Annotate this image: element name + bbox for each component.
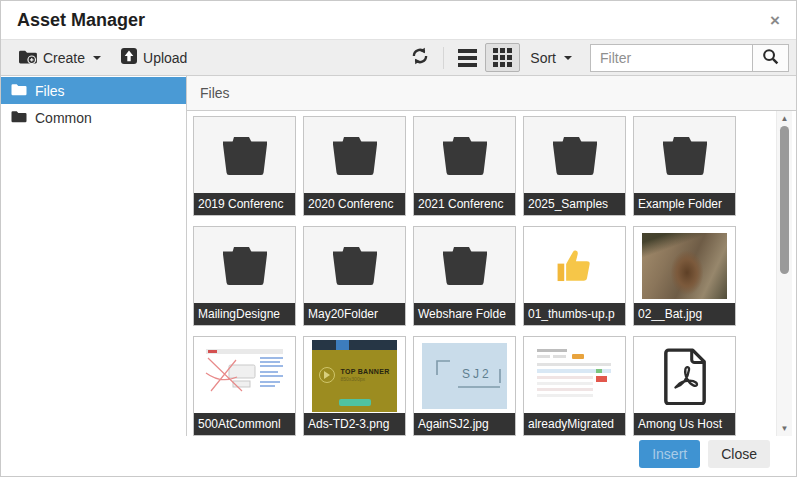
tile[interactable]: Among Us Host — [633, 336, 736, 436]
tile[interactable]: 2025_Samples — [523, 116, 626, 216]
tile[interactable]: 2020 Conferenc — [303, 116, 406, 216]
thumbs-up-thumbnail — [556, 248, 594, 284]
tile-thumbnail — [304, 227, 405, 305]
tile-thumbnail — [414, 117, 515, 195]
sidebar-item-files[interactable]: Files — [1, 77, 186, 104]
tile[interactable]: 2021 Conferenc — [413, 116, 516, 216]
tile-label: AgainSJ2.jpg — [414, 413, 515, 435]
tile-label: 2019 Conferenc — [194, 193, 295, 215]
vertical-scrollbar[interactable]: ▲ ▼ — [776, 111, 792, 436]
folder-thumbnail-icon — [437, 133, 493, 179]
tile-thumbnail — [194, 117, 295, 195]
create-caret-icon — [93, 56, 101, 60]
upload-icon — [121, 48, 137, 67]
folder-thumbnail-icon — [437, 243, 493, 289]
annotated-screenshot-thumbnail — [202, 345, 287, 407]
folder-thumbnail-icon — [217, 243, 273, 289]
breadcrumb: Files — [187, 76, 796, 111]
list-view-icon — [458, 49, 477, 67]
tile-thumbnail — [304, 117, 405, 195]
insert-button[interactable]: Insert — [639, 440, 700, 468]
tile[interactable]: 500AtCommonl — [193, 336, 296, 436]
filter-group — [590, 44, 789, 72]
folder-thumbnail-icon — [327, 133, 383, 179]
paper-plane-icon — [319, 367, 335, 383]
tile[interactable]: SJ2AgainSJ2.jpg — [413, 336, 516, 436]
toolbar: Create Upload — [1, 40, 796, 76]
sidebar-item-common[interactable]: Common — [1, 104, 186, 131]
tile-label: 2025_Samples — [524, 193, 625, 215]
folder-icon — [11, 110, 27, 126]
filter-input[interactable] — [590, 44, 753, 72]
create-label: Create — [43, 50, 85, 66]
sidebar-item-label: Common — [35, 110, 92, 126]
tile-label: Among Us Host — [634, 413, 735, 435]
tile[interactable]: MailingDesigne — [193, 226, 296, 326]
tile-thumbnail — [634, 117, 735, 195]
dialog-title: Asset Manager — [17, 10, 770, 31]
tile-label: Example Folder — [634, 193, 735, 215]
grid-view-button[interactable] — [485, 43, 520, 72]
sidebar-item-label: Files — [35, 83, 65, 99]
tile[interactable]: 02__Bat.jpg — [633, 226, 736, 326]
tile-thumbnail — [194, 227, 295, 305]
sort-caret-icon — [564, 56, 572, 60]
dialog-body: Files Common Files 2019 Conferenc2020 Co… — [1, 76, 796, 436]
banner-cta-shape — [339, 399, 371, 406]
title-bar: Asset Manager × — [1, 1, 796, 40]
banner-image-thumbnail: TOP BANNER850x300px — [312, 340, 397, 412]
tile[interactable]: 2019 Conferenc — [193, 116, 296, 216]
sj2-image-thumbnail: SJ2 — [422, 343, 507, 409]
tile-thumbnail — [634, 337, 735, 415]
tile-label: MailingDesigne — [194, 303, 295, 325]
tile-label: May20Folder — [304, 303, 405, 325]
tile-thumbnail — [524, 117, 625, 195]
tile-thumbnail — [524, 227, 625, 305]
tile[interactable]: Example Folder — [633, 116, 736, 216]
tile-grid: 2019 Conferenc2020 Conferenc2021 Confere… — [193, 116, 768, 436]
list-view-button[interactable] — [450, 44, 485, 72]
tile-label: alreadyMigrated — [524, 413, 625, 435]
upload-button[interactable]: Upload — [111, 43, 197, 72]
asset-manager-dialog: Asset Manager × Create Upload — [0, 0, 797, 477]
create-button[interactable]: Create — [8, 43, 111, 72]
tile-label: Webshare Folde — [414, 303, 515, 325]
scrollbar-thumb[interactable] — [780, 126, 789, 274]
tile[interactable]: 01_thumbs-up.p — [523, 226, 626, 326]
tile[interactable]: alreadyMigrated — [523, 336, 626, 436]
tile-label: 500AtCommonl — [194, 413, 295, 435]
scroll-up-icon[interactable]: ▲ — [777, 114, 792, 123]
folder-icon — [11, 83, 27, 99]
tile[interactable]: Webshare Folde — [413, 226, 516, 326]
tile-thumbnail — [414, 227, 515, 305]
tile-label: Ads-TD2-3.png — [304, 413, 405, 435]
tile-thumbnail — [194, 337, 295, 415]
bat-photo-thumbnail — [642, 233, 727, 299]
tile-label: 2020 Conferenc — [304, 193, 405, 215]
grid-view-icon — [493, 48, 512, 67]
scroll-down-icon[interactable]: ▼ — [777, 424, 792, 433]
pdf-file-icon — [662, 347, 708, 405]
folder-tree-sidebar: Files Common — [1, 76, 187, 436]
spreadsheet-thumbnail — [532, 344, 617, 408]
search-button[interactable] — [753, 44, 789, 72]
tile-thumbnail: SJ2 — [414, 337, 515, 415]
tile-thumbnail — [524, 337, 625, 415]
sort-label: Sort — [530, 50, 556, 66]
sort-button[interactable]: Sort — [520, 45, 582, 71]
toolbar-separator — [443, 47, 444, 69]
close-icon[interactable]: × — [770, 12, 780, 29]
refresh-button[interactable] — [403, 42, 437, 73]
tile[interactable]: May20Folder — [303, 226, 406, 326]
tile-label: 02__Bat.jpg — [634, 303, 735, 325]
svg-text:SJ2: SJ2 — [462, 367, 492, 381]
folder-thumbnail-icon — [547, 133, 603, 179]
folder-thumbnail-icon — [217, 133, 273, 179]
tile-label: 01_thumbs-up.p — [524, 303, 625, 325]
search-icon — [762, 48, 779, 68]
tile[interactable]: TOP BANNER850x300pxAds-TD2-3.png — [303, 336, 406, 436]
close-button[interactable]: Close — [708, 440, 770, 468]
tile-thumbnail: TOP BANNER850x300px — [304, 337, 405, 415]
tile-label: 2021 Conferenc — [414, 193, 515, 215]
tile-area: 2019 Conferenc2020 Conferenc2021 Confere… — [187, 111, 796, 436]
